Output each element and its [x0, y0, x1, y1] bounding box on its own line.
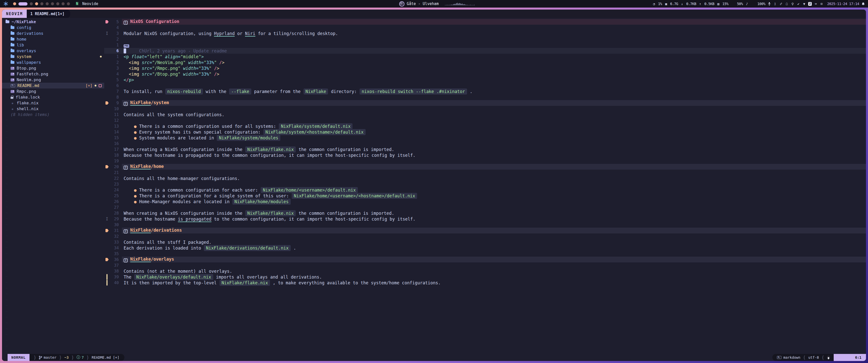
editor-line[interactable]: 33Contains all the stuff I packaged.: [104, 239, 866, 245]
editor-line[interactable]: 37: [104, 262, 866, 268]
editor-line[interactable]: 11Contains all the system configurations…: [104, 112, 866, 118]
editor-line[interactable]: 1<p float="left" align="middle">: [104, 54, 866, 60]
editor-line[interactable]: 12: [104, 118, 866, 123]
tree-item[interactable]: config: [2, 25, 104, 31]
media-player-widget[interactable]: Gåte - Ulveham: [399, 0, 475, 7]
microphone-icon[interactable]: [768, 2, 771, 5]
workspace-dot-1[interactable]: [13, 2, 16, 5]
editor-line[interactable]: 10: [104, 106, 866, 112]
check-circle-icon[interactable]: ✔: [797, 2, 800, 6]
download-icon[interactable]: ↓: [681, 2, 684, 6]
editor-line[interactable]: 40It is then imported by the top-level N…: [104, 280, 866, 286]
editor-line[interactable]: 24 ● There is a common configuration for…: [104, 187, 866, 193]
editor-line[interactable]: 34Each derivation is loaded into NixFlak…: [104, 245, 866, 251]
tree-item[interactable]: M↓README.md[+]: [2, 83, 104, 89]
editor-line[interactable]: 17When creating a NixOS configuration in…: [104, 146, 866, 152]
editor-line[interactable]: 5</p>: [104, 77, 866, 83]
editor-line[interactable]: 26 ● Home-Manager modules are located in…: [104, 199, 866, 204]
network-icon[interactable]: ☍: [779, 2, 783, 6]
editor-line[interactable]: 1PNG: [104, 42, 866, 48]
tab-readme[interactable]: 1 README.md[1+]: [27, 9, 70, 18]
bell-icon[interactable]: [862, 2, 865, 5]
terminal-icon[interactable]: ⊡: [820, 2, 823, 6]
upload-icon[interactable]: ↑: [699, 2, 702, 6]
editor-line[interactable]: 19: [104, 158, 866, 164]
tree-item[interactable]: overlays: [2, 48, 104, 54]
tree-item[interactable]: NeoVim.png: [2, 77, 104, 83]
editor-line[interactable]: 4: [104, 25, 866, 31]
vpn-icon[interactable]: ▼: [802, 2, 806, 6]
tree-item[interactable]: Btop.png: [2, 65, 104, 71]
git-branch[interactable]: master: [39, 356, 57, 360]
editor-line[interactable]: 2: [104, 36, 866, 42]
keyboard-icon[interactable]: ⌨: [814, 2, 817, 6]
editor-line[interactable]: 92NixFlake/system: [104, 100, 866, 106]
workspace-dot-7[interactable]: [51, 2, 54, 5]
editor-line[interactable]: 18Because the hostname is propagated to …: [104, 152, 866, 158]
editor-line[interactable]: 362NixFlake/overlays: [104, 257, 866, 262]
tree-item[interactable]: (8 hidden items): [2, 112, 104, 118]
link[interactable]: Hyprland: [214, 31, 235, 37]
tree-item[interactable]: ✳shell.nix: [2, 106, 104, 112]
tree-item[interactable]: home: [2, 36, 104, 42]
link[interactable]: Niri: [245, 31, 255, 37]
editor-line[interactable]: 30: [104, 222, 866, 228]
editor-line[interactable]: 22Contains all the home-manager configur…: [104, 175, 866, 181]
tree-item[interactable]: Rmpc.png: [2, 89, 104, 94]
bluetooth-icon[interactable]: ᛒ: [773, 2, 777, 6]
tree-item[interactable]: ~/NixFlake: [2, 19, 104, 25]
tree-item[interactable]: derivations: [2, 31, 104, 36]
editor-line[interactable]: 312NixFlake/derivations: [104, 228, 866, 233]
link[interactable]: NixFlake: [130, 228, 151, 233]
tree-item[interactable]: wallpapers: [2, 60, 104, 65]
location-icon[interactable]: ⚲: [791, 2, 794, 6]
editor-line[interactable]: 3 <img src="/Rmpc.png" width="33%" />: [104, 65, 866, 71]
editor-buffer[interactable]: 51NixOS Configuration4I3Modular NixOS co…: [104, 18, 866, 354]
editor-line[interactable]: 21: [104, 170, 866, 175]
editor-line[interactable]: 4 <img src="/Btop.png" width="33%" />: [104, 71, 866, 77]
zellij-icon[interactable]: Z: [808, 2, 812, 6]
editor-line[interactable]: 23: [104, 181, 866, 187]
shield-icon[interactable]: ☖: [785, 2, 788, 6]
editor-line[interactable]: 8: [104, 94, 866, 100]
editor-line[interactable]: 13 ● There is a common configuration use…: [104, 123, 866, 129]
editor-line[interactable]: I3Modular NixOS configuration, using Hyp…: [104, 31, 866, 36]
link[interactable]: NixFlake: [130, 100, 151, 106]
workspace-dot-4[interactable]: [35, 2, 38, 5]
workspace-dot-10[interactable]: [67, 2, 70, 5]
gauge-icon[interactable]: ◔: [652, 2, 656, 6]
workspace-dot-5[interactable]: [40, 2, 43, 5]
volume-icon[interactable]: ♪: [745, 2, 749, 6]
workspace-dot-3[interactable]: [30, 2, 33, 5]
link[interactable]: is propagated: [178, 217, 212, 222]
disk-icon[interactable]: ▤: [717, 2, 720, 6]
editor-line[interactable]: 38Contains (not at the moment) all overl…: [104, 268, 866, 274]
link[interactable]: NixFlake: [130, 257, 151, 262]
editor-line[interactable]: 39The NixFlake/overlays/default.nix impo…: [104, 274, 866, 280]
editor-line[interactable]: 27: [104, 204, 866, 210]
link[interactable]: NixFlake: [130, 164, 151, 169]
editor-line[interactable]: 202NixFlake/home: [104, 164, 866, 170]
editor-line[interactable]: 6: [104, 83, 866, 89]
tree-item[interactable]: system: [2, 54, 104, 60]
workspace-dot-6[interactable]: [46, 2, 49, 5]
workspace-dot-9[interactable]: [62, 2, 65, 5]
workspace-active[interactable]: [19, 2, 28, 5]
editor-line[interactable]: 28When creating a NixOS configuration in…: [104, 210, 866, 216]
workspace-dot-8[interactable]: [56, 2, 59, 5]
editor-line[interactable]: 14 ● Every system has its own special co…: [104, 129, 866, 135]
editor-line[interactable]: 32: [104, 233, 866, 239]
editor-line[interactable]: 7To install, run nixos-rebuild with the …: [104, 89, 866, 94]
editor-line[interactable]: I29Because the hostname is propagated to…: [104, 216, 866, 222]
editor-line[interactable]: 51NixOS Configuration: [104, 19, 866, 25]
editor-line[interactable]: 25 ● There is a configuration for a sing…: [104, 193, 866, 199]
tree-item[interactable]: FastFetch.png: [2, 71, 104, 77]
tree-item[interactable]: ✳flake.nix: [2, 100, 104, 106]
tree-item[interactable]: lib: [2, 42, 104, 48]
editor-line[interactable]: 16: [104, 141, 866, 146]
editor-line[interactable]: 2 <img src="/NeoVim.png" width="33%" />: [104, 60, 866, 65]
cpu-icon[interactable]: ▣: [664, 2, 668, 6]
tree-item[interactable]: flake.lock: [2, 94, 104, 100]
editor-line[interactable]: 35: [104, 251, 866, 257]
editor-line[interactable]: 6 ChUrl, 2 years ago - Update readme: [104, 48, 866, 54]
